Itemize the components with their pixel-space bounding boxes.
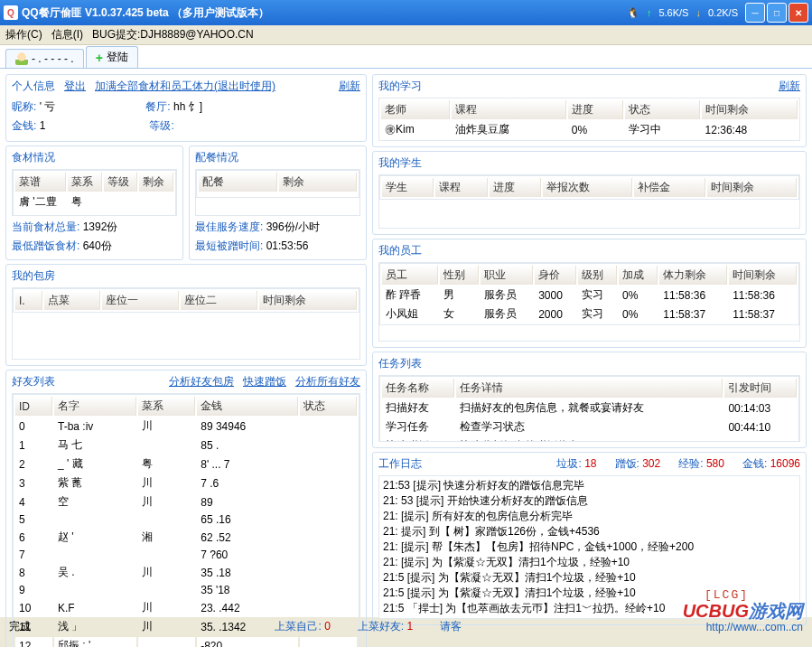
food-table: 菜谱菜系等级剩余 膚 '二豊粤空 [13, 170, 176, 216]
refresh-study[interactable]: 刷新 [779, 79, 800, 94]
table-row[interactable]: 0T-ba :iv川89 34946 [15, 417, 357, 435]
panel-food: 食材情况 菜谱菜系等级剩余 膚 '二豊粤空 当前食材总量: 1392份 最低蹭饭… [5, 145, 183, 260]
table-row[interactable]: 7 7 ?60 [15, 548, 357, 562]
network-indicators: 🐧 ↑ 5.6K/S ↓ 0.2K/S [627, 7, 738, 19]
table-row[interactable]: 扫描好友扫描好友的包房信息，就餐或宴请好友00:14:03 [382, 399, 797, 417]
col-header[interactable]: 进度 [490, 178, 541, 197]
table-row[interactable]: 4空川 89 [15, 493, 357, 511]
log-line: 21: [提示] 所有好友的包房信息分析完毕 [383, 509, 796, 524]
download-icon: ↓ [695, 7, 701, 18]
panel-room: 我的包房 I.点菜座位一座位二时间剩余 [5, 264, 367, 366]
analyze-room-link[interactable]: 分析好友包房 [169, 374, 234, 389]
table-row[interactable]: ㊝Kim油炸臭豆腐0%学习中12:36:48 [381, 121, 798, 138]
panel-student: 我的学生 学生课程进度举报次数补偿金时间剩余 [372, 151, 807, 235]
menu-bug[interactable]: BUG提交:DJH8889@YAHOO.CN [92, 27, 254, 42]
col-header[interactable]: 菜系 [68, 173, 102, 192]
status-done: 完成 [9, 619, 31, 634]
menu-info[interactable]: 信息(I) [51, 27, 83, 42]
menu-operate[interactable]: 操作(C) [5, 27, 42, 42]
tabstrip: - . - - - - . + 登陆 [0, 45, 812, 69]
panel-pair: 配餐情况 配餐剩余 最佳服务速度: 396份/小时 最短被蹭时间: 01:53:… [189, 145, 367, 260]
table-row[interactable]: 小凤姐女服务员2000实习0%11:58:3711:58:37 [382, 305, 797, 323]
col-header[interactable]: 状态 [300, 397, 357, 416]
col-header[interactable]: 配餐 [199, 173, 277, 192]
plus-icon: + [96, 51, 103, 65]
col-header[interactable]: 时间剩余 [259, 291, 357, 310]
col-header[interactable]: 菜谱 [15, 173, 66, 192]
penguin-icon: 🐧 [627, 7, 639, 19]
col-header[interactable]: 座位一 [102, 291, 179, 310]
minimize-button[interactable]: ─ [745, 3, 765, 23]
close-button[interactable]: ✕ [789, 3, 808, 23]
table-row[interactable]: 565 .16 [15, 512, 357, 527]
log-line: 21: [提示] 帮【朱杰】【包房】招待NPC，金钱+1000，经验+200 [383, 539, 796, 555]
tasks-table: 任务名称任务详情引发时间 扫描好友扫描好友的包房信息，就餐或宴请好友00:14:… [379, 376, 799, 442]
col-header[interactable]: 加成 [619, 266, 658, 285]
maximize-button[interactable]: □ [767, 3, 787, 23]
table-row[interactable]: 膚 '二豊粤 [15, 193, 173, 211]
menubar: 操作(C) 信息(I) BUG提交:DJH8889@YAHOO.CN [0, 25, 812, 45]
col-header[interactable]: 点菜 [44, 291, 100, 310]
col-header[interactable]: 引发时间 [724, 379, 797, 398]
col-header[interactable]: 性别 [440, 266, 479, 285]
col-header[interactable]: 时间剩余 [729, 266, 797, 285]
app-icon: Q [4, 5, 18, 20]
table-row[interactable]: 935 '18 [15, 583, 357, 597]
student-table: 学生课程进度举报次数补偿金时间剩余 [379, 175, 799, 200]
col-header[interactable]: 菜系 [138, 397, 195, 416]
logout-link[interactable]: 登出 [64, 79, 86, 94]
col-header[interactable]: 身价 [535, 266, 576, 285]
col-header[interactable]: I. [15, 291, 42, 310]
room-table: I.点菜座位一座位二时间剩余 [13, 288, 359, 313]
table-row[interactable]: 快速蹭饭快速分析好友的蹭饭信息01:29:47 [382, 437, 797, 442]
col-header[interactable]: 等级 [104, 173, 138, 192]
log-line: 21: [提示] 为【紫凝☆无双】清扫1个垃圾，经验+10 [383, 555, 796, 570]
tab-login[interactable]: + 登陆 [86, 46, 138, 68]
col-header[interactable]: 时间剩余 [702, 100, 798, 119]
col-header[interactable]: 课程 [452, 100, 566, 119]
table-row[interactable]: 10K.F川23. .442 [15, 599, 357, 616]
table-row[interactable]: 酢 踤香男服务员3000实习0%11:58:3611:58:36 [382, 286, 797, 304]
staff-table: 员工性别职业身价级别加成体力剩余时间剩余 酢 踤香男服务员3000实习0%11:… [379, 263, 799, 325]
titlebar: Q QQ餐厅偷匪 V1.0.37.425 beta （多用户测试版本） 🐧 ↑ … [0, 0, 812, 25]
col-header[interactable]: 进度 [568, 100, 624, 119]
watermark: UCBUG游戏网 [683, 599, 803, 624]
table-row[interactable] [199, 193, 357, 195]
tab-user[interactable]: - . - - - - . [5, 49, 84, 68]
col-header[interactable]: 课程 [435, 178, 487, 197]
table-row[interactable]: 3紫 蓖川7 .6 [15, 474, 357, 492]
col-header[interactable]: 举报次数 [543, 178, 632, 197]
pair-table: 配餐剩余 [196, 170, 359, 198]
col-header[interactable]: 金钱 [197, 397, 297, 416]
table-row[interactable]: 12邱振 : '-820 [15, 637, 357, 647]
col-header[interactable]: ID [15, 397, 52, 416]
col-header[interactable]: 级别 [578, 266, 617, 285]
table-row[interactable]: 6赵 '湘62 .52 [15, 529, 357, 546]
log-line: 21:5 [提示] 为【紫凝☆无双】清扫1个垃圾，经验+10 [383, 570, 796, 586]
col-header[interactable]: 座位二 [181, 291, 257, 310]
col-header[interactable]: 状态 [625, 100, 699, 119]
col-header[interactable]: 员工 [382, 266, 438, 285]
col-header[interactable]: 剩余 [139, 173, 173, 192]
friends-table[interactable]: ID名字菜系金钱状态 0T-ba :iv川89 349461马 七85 .2_ … [13, 394, 359, 647]
table-row[interactable]: 8吴 .川35 .18 [15, 564, 357, 581]
analyze-all-link[interactable]: 分析所有好友 [295, 374, 360, 389]
upload-icon: ↑ [647, 7, 652, 18]
col-header[interactable]: 任务名称 [382, 379, 454, 398]
col-header[interactable]: 剩余 [279, 173, 358, 192]
col-header[interactable]: 学生 [382, 178, 434, 197]
col-header[interactable]: 时间剩余 [707, 178, 797, 197]
table-row[interactable]: 1马 七85 . [15, 436, 357, 454]
col-header[interactable]: 体力剩余 [659, 266, 727, 285]
quick-eat-link[interactable]: 快速蹭饭 [243, 374, 286, 389]
col-header[interactable]: 任务详情 [456, 379, 723, 398]
table-row[interactable]: 学习任务检查学习状态00:44:10 [382, 418, 797, 436]
table-row[interactable]: 2_ ' 藏粤8' ... 7 [15, 455, 357, 473]
col-header[interactable]: 职业 [481, 266, 533, 285]
col-header[interactable]: 补偿金 [634, 178, 705, 197]
refresh-personal[interactable]: 刷新 [339, 79, 360, 94]
col-header[interactable]: 名字 [54, 397, 136, 416]
fill-all-link[interactable]: 加满全部食材和员工体力(退出时使用) [95, 79, 275, 94]
log-line: 21: 提示] 到【 树】家蹭饭126份，金钱+4536 [383, 524, 796, 539]
col-header[interactable]: 老师 [381, 100, 450, 119]
